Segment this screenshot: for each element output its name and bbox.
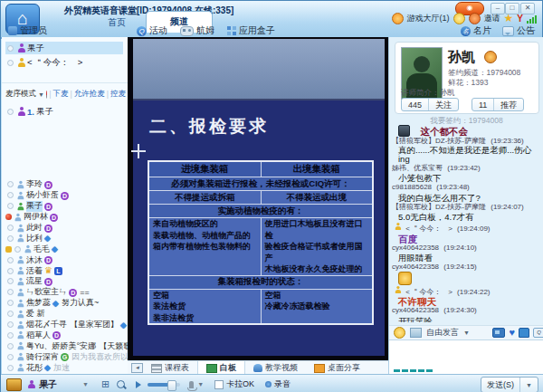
microphone-icon[interactable] bbox=[189, 381, 194, 388]
mic-mode-label[interactable]: 麦序模式 bbox=[5, 89, 36, 100]
member-row[interactable]: 烟花〆千寻 【皇家军团】 bbox=[2, 320, 128, 330]
member-row[interactable]: 比利 bbox=[2, 233, 128, 244]
chevron-down-icon[interactable]: ▼ bbox=[463, 330, 470, 336]
member-row[interactable]: 流星 bbox=[2, 276, 128, 287]
member-row[interactable]: 爱 新 bbox=[2, 309, 128, 320]
member-row[interactable]: 沐沐 bbox=[2, 254, 128, 265]
schedule-icon bbox=[151, 364, 162, 373]
screenshot-icon[interactable] bbox=[410, 328, 422, 338]
tab-schedule[interactable]: 课程表 bbox=[143, 361, 197, 375]
activity-button[interactable]: Q活动 bbox=[137, 24, 167, 37]
mailbox-icon[interactable] bbox=[519, 328, 529, 338]
member-row[interactable]: 粤Yu、娇娇美°安娜 【天籁歌手】 bbox=[2, 340, 128, 351]
tab-screenshare[interactable]: 桌面分享 bbox=[306, 361, 368, 375]
member-row[interactable]: 毛毛 bbox=[2, 244, 128, 254]
gear-icon[interactable] bbox=[46, 91, 47, 99]
treasure-chest-icon[interactable] bbox=[6, 378, 22, 391]
table-cell: 不得装运或出境 bbox=[261, 191, 373, 205]
channel-toolbar: Q活动 航姆 应用盒子 bbox=[137, 24, 275, 37]
member-row[interactable]: 花彤 加速 bbox=[2, 362, 128, 373]
member-row[interactable]: 网伊林 bbox=[2, 212, 128, 223]
game-hall-link[interactable]: 游戏大厅(1) bbox=[407, 13, 450, 24]
sender-name[interactable]: cyx406422358 bbox=[392, 244, 439, 252]
recommend-button[interactable]: 11推荐 bbox=[472, 98, 524, 111]
follow-button[interactable]: 445关注 bbox=[401, 98, 459, 111]
mic-down-link[interactable]: 下麦 bbox=[53, 89, 69, 100]
card-button[interactable]: 名名片 bbox=[461, 24, 491, 37]
collapse-icon[interactable]: ◂ bbox=[131, 363, 143, 373]
chat-settings-icon[interactable]: Q bbox=[533, 328, 543, 338]
member-row[interactable]: 活着 bbox=[2, 265, 128, 276]
table-span-row: 必须对集装箱进行报检，未经报检或CIQ许可： bbox=[148, 177, 373, 191]
bottom-bar: 果子 ▼ ⊞ ▼ 卡拉OK 录音 发送(S)▼ bbox=[1, 374, 543, 392]
my-role-icon bbox=[27, 380, 35, 389]
member-badge-icon bbox=[44, 255, 52, 264]
sparkle-icon bbox=[131, 144, 146, 158]
my-nickname[interactable]: 果子 bbox=[39, 378, 57, 391]
member-signature: 加速 bbox=[53, 362, 70, 373]
whiteboard-canvas[interactable]: 二、报检要求 进境集装箱 出境集装箱 必须对集装箱进行报检，未经报检或CIQ许可… bbox=[128, 37, 388, 360]
slide-table: 进境集装箱 出境集装箱 必须对集装箱进行报检，未经报检或CIQ许可： 不得提运或… bbox=[148, 160, 374, 325]
member-role-icon bbox=[17, 192, 24, 200]
member-role-icon bbox=[17, 310, 24, 318]
member-row[interactable]: 焦梦蕊 努力认真~ bbox=[2, 298, 128, 309]
appbox-button[interactable]: 应用盒子 bbox=[227, 24, 275, 37]
video-icon bbox=[253, 364, 262, 372]
sender-name[interactable]: 姊祎、优系宝哥 bbox=[392, 164, 443, 172]
new-window-icon[interactable]: ⊞ bbox=[101, 378, 110, 390]
speaker-icon[interactable] bbox=[136, 381, 145, 388]
chat-input[interactable] bbox=[389, 339, 543, 375]
send-button[interactable]: 发送(S)▼ bbox=[481, 377, 538, 392]
member-row[interactable]: 杨小虾蛋 bbox=[2, 190, 128, 201]
game-button[interactable]: 航姆 bbox=[180, 24, 214, 37]
chevron-down-icon[interactable]: ▼ bbox=[82, 381, 89, 387]
emoticon-picker-icon[interactable] bbox=[394, 327, 405, 339]
voice-dot-icon bbox=[7, 225, 14, 231]
sender-name[interactable]: cyx406422358 bbox=[392, 306, 439, 314]
search-icon[interactable] bbox=[117, 380, 125, 388]
mic-grab-link[interactable]: 允许抢麦 bbox=[74, 89, 105, 100]
member-row[interactable]: ㄣ歌室主ㄣ == bbox=[2, 287, 128, 298]
chevron-down-icon[interactable]: ▼ bbox=[38, 91, 44, 98]
tab-video[interactable]: 教学视频 bbox=[245, 361, 306, 375]
member-row[interactable]: 此时 bbox=[2, 223, 128, 234]
chevron-down-icon[interactable]: ▼ bbox=[520, 382, 538, 388]
slider-handle[interactable] bbox=[167, 380, 176, 391]
member-row[interactable]: 骑行深宵 因为我喜欢所以确定无悔 bbox=[2, 351, 128, 362]
speak-mode-select[interactable]: 自由发言 bbox=[426, 327, 459, 339]
yy-signal-icon: Y bbox=[517, 14, 523, 24]
member-row[interactable]: 李玲 bbox=[2, 179, 128, 190]
mic-control-link[interactable]: 控麦 bbox=[110, 89, 126, 100]
record-icon[interactable] bbox=[265, 381, 272, 387]
tab-home[interactable]: 首页 bbox=[90, 14, 144, 31]
queue-item[interactable]: 1. 果子 bbox=[5, 105, 53, 118]
heart-icon[interactable]: ♥ bbox=[509, 328, 515, 338]
record-label[interactable]: 录音 bbox=[274, 378, 291, 390]
member-row[interactable]: 稻草人 bbox=[2, 330, 128, 340]
message-time: (19:24:22) bbox=[457, 288, 490, 296]
member-row[interactable]: 果子 bbox=[2, 201, 128, 212]
notice-button[interactable]: 公告 bbox=[502, 24, 535, 37]
sender-name[interactable]: 【猎狼军校】DZ-扶苏-萨摩隆 bbox=[392, 137, 486, 145]
sender-name[interactable]: 【猎狼军校】DZ-扶苏-萨摩隆 bbox=[392, 203, 486, 211]
tab-whiteboard[interactable]: 白板 bbox=[197, 361, 245, 375]
emotion-icon[interactable] bbox=[453, 13, 465, 24]
volume-slider[interactable] bbox=[148, 383, 180, 387]
sender-name[interactable]: cyx406422358 bbox=[392, 263, 439, 271]
sender-name[interactable]: < ＂今今： > bbox=[405, 288, 452, 296]
member-badge-icon bbox=[44, 234, 51, 243]
invite-link[interactable]: 邀请 bbox=[484, 13, 500, 24]
chevron-down-icon[interactable]: ▼ bbox=[197, 381, 204, 387]
tv-icon[interactable] bbox=[492, 328, 505, 338]
sender-name[interactable]: c981885628 bbox=[392, 183, 432, 191]
sender-name[interactable]: < ＂今今： > bbox=[405, 225, 452, 233]
karaoke-checkbox[interactable] bbox=[214, 380, 224, 389]
member-name: 粤Yu、娇娇美°安娜 bbox=[26, 340, 96, 351]
message-time: (19:24:15) bbox=[443, 263, 476, 271]
mic-queue-owner[interactable]: 果子 bbox=[5, 42, 123, 54]
slide-top-band bbox=[133, 39, 385, 100]
admin-button[interactable]: 管理员 bbox=[8, 24, 47, 37]
slide-title: 二、报检要求 bbox=[149, 115, 269, 139]
favorite-star-icon[interactable]: ★ bbox=[504, 14, 514, 24]
mic-queue-second[interactable]: < ＂今今： > bbox=[5, 56, 82, 69]
